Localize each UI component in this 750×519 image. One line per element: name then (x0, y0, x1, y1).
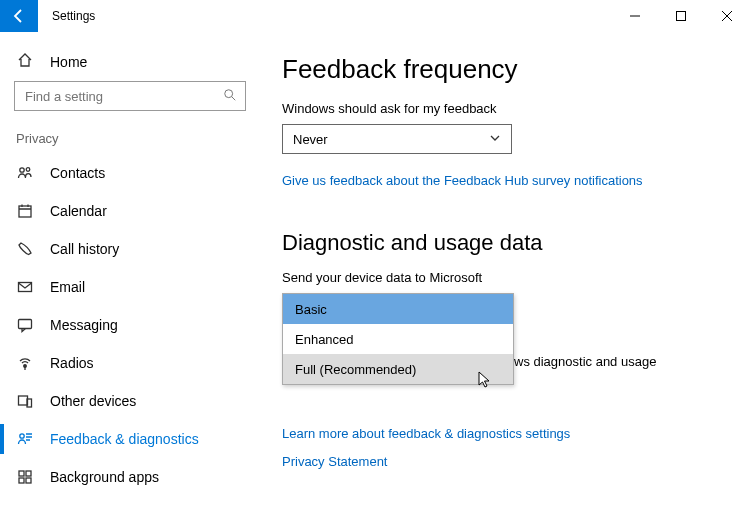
content-pane: Feedback frequency Windows should ask fo… (260, 32, 750, 519)
svg-rect-0 (677, 12, 686, 21)
svg-point-2 (20, 168, 24, 172)
sidebar-item-label: Other devices (50, 393, 136, 409)
sidebar-item-label: Call history (50, 241, 119, 257)
sidebar-item-label: Contacts (50, 165, 105, 181)
feedback-hub-link[interactable]: Give us feedback about the Feedback Hub … (282, 173, 643, 188)
other-devices-icon (16, 392, 34, 410)
messaging-icon (16, 316, 34, 334)
sidebar-item-label: Radios (50, 355, 94, 371)
sidebar-item-feedback-diagnostics[interactable]: Feedback & diagnostics (0, 420, 260, 458)
search-field[interactable] (23, 88, 223, 105)
sidebar-home[interactable]: Home (0, 46, 260, 81)
sidebar: Home Privacy Contacts Calendar Call hi (0, 32, 260, 519)
svg-rect-11 (19, 471, 24, 476)
diagnostic-option-enhanced[interactable]: Enhanced (283, 324, 513, 354)
sidebar-home-label: Home (50, 54, 87, 70)
diagnostic-heading: Diagnostic and usage data (282, 230, 718, 256)
sidebar-item-label: Email (50, 279, 85, 295)
sidebar-item-email[interactable]: Email (0, 268, 260, 306)
sidebar-item-contacts[interactable]: Contacts (0, 154, 260, 192)
sidebar-item-call-history[interactable]: Call history (0, 230, 260, 268)
feedback-heading: Feedback frequency (282, 54, 718, 85)
feedback-prompt: Windows should ask for my feedback (282, 101, 718, 116)
svg-point-3 (26, 168, 30, 172)
svg-rect-12 (26, 471, 31, 476)
sidebar-item-label: Background apps (50, 469, 159, 485)
search-input[interactable] (14, 81, 246, 111)
maximize-button[interactable] (658, 0, 704, 32)
learn-more-link[interactable]: Learn more about feedback & diagnostics … (282, 426, 570, 441)
privacy-statement-link[interactable]: Privacy Statement (282, 454, 388, 469)
svg-rect-8 (19, 396, 28, 405)
calendar-icon (16, 202, 34, 220)
search-icon (223, 88, 237, 105)
minimize-button[interactable] (612, 0, 658, 32)
obscured-text: ws diagnostic and usage (514, 353, 714, 371)
svg-point-7 (24, 365, 27, 368)
feedback-icon (16, 430, 34, 448)
sidebar-item-messaging[interactable]: Messaging (0, 306, 260, 344)
home-icon (16, 52, 34, 71)
sidebar-item-radios[interactable]: Radios (0, 344, 260, 382)
svg-rect-4 (19, 206, 31, 217)
sidebar-item-calendar[interactable]: Calendar (0, 192, 260, 230)
app-title: Settings (38, 0, 95, 32)
svg-point-1 (225, 89, 233, 97)
sidebar-item-label: Calendar (50, 203, 107, 219)
cursor-icon (478, 371, 492, 392)
sidebar-item-label: Feedback & diagnostics (50, 431, 199, 447)
background-apps-icon (16, 468, 34, 486)
svg-point-10 (20, 434, 24, 438)
diagnostic-option-basic[interactable]: Basic (283, 294, 513, 324)
svg-rect-6 (19, 320, 32, 329)
back-button[interactable] (0, 0, 38, 32)
titlebar: Settings (0, 0, 750, 32)
diagnostic-prompt: Send your device data to Microsoft (282, 270, 718, 285)
svg-rect-13 (19, 478, 24, 483)
chevron-down-icon (489, 132, 501, 147)
email-icon (16, 278, 34, 296)
svg-rect-14 (26, 478, 31, 483)
feedback-frequency-combo[interactable]: Never (282, 124, 512, 154)
call-history-icon (16, 240, 34, 258)
sidebar-item-other-devices[interactable]: Other devices (0, 382, 260, 420)
sidebar-item-background-apps[interactable]: Background apps (0, 458, 260, 496)
sidebar-category: Privacy (0, 125, 260, 154)
radios-icon (16, 354, 34, 372)
window-controls (612, 0, 750, 32)
feedback-frequency-value: Never (293, 132, 328, 147)
close-button[interactable] (704, 0, 750, 32)
contacts-icon (16, 164, 34, 182)
sidebar-item-label: Messaging (50, 317, 118, 333)
